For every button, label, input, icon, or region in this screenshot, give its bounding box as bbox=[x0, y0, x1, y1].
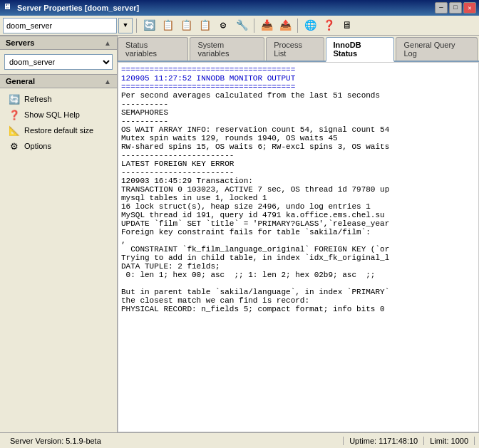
servers-section-header[interactable]: Servers ▲ bbox=[0, 36, 117, 50]
toolbar-separator-1 bbox=[136, 19, 137, 33]
options-icon: ⚙ bbox=[9, 140, 20, 152]
sidebar-refresh-label: Refresh bbox=[24, 95, 52, 103]
close-button[interactable]: ✕ bbox=[463, 2, 476, 14]
toolbar-separator-2 bbox=[254, 19, 254, 33]
toolbar-icon-monitor[interactable]: 🖥 bbox=[339, 18, 356, 33]
main-layout: Servers ▲ doom_server General ▲ 🔄 Refres… bbox=[0, 36, 479, 432]
sidebar-item-refresh[interactable]: 🔄 Refresh bbox=[0, 91, 117, 107]
server-name-input[interactable] bbox=[3, 18, 117, 33]
toolbar-icon-copy3[interactable]: 📋 bbox=[196, 18, 213, 33]
sidebar-show-sql-help-label: Show SQL Help bbox=[24, 110, 80, 119]
restore-icon: 📐 bbox=[9, 125, 20, 136]
toolbar-icon-export[interactable]: 📤 bbox=[277, 18, 294, 33]
sidebar-item-restore-default-size[interactable]: 📐 Restore default size bbox=[0, 123, 117, 138]
toolbar-icon-copy1[interactable]: 📋 bbox=[159, 18, 176, 33]
servers-section: doom_server bbox=[0, 50, 117, 74]
window-title: Server Properties [doom_server] bbox=[17, 4, 139, 12]
help-icon: ❓ bbox=[9, 109, 20, 120]
toolbar-icon-web[interactable]: 🌐 bbox=[302, 18, 319, 33]
toolbar-icon-settings[interactable]: ⚙ bbox=[215, 18, 232, 33]
content-area: Status variables System variables Proces… bbox=[118, 36, 479, 432]
sidebar-options-label: Options bbox=[24, 142, 51, 150]
toolbar-separator-3 bbox=[297, 19, 298, 33]
minimize-button[interactable]: ─ bbox=[435, 2, 448, 14]
toolbar: ▼ 🔄 📋 📋 📋 ⚙ 🔧 📥 📤 🌐 ❓ 🖥 bbox=[0, 16, 479, 36]
window-controls: ─ □ ✕ bbox=[435, 2, 476, 14]
maximize-button[interactable]: □ bbox=[449, 2, 462, 14]
sidebar-restore-label: Restore default size bbox=[24, 126, 93, 135]
title-bar: 🖥 Server Properties [doom_server] ─ □ ✕ bbox=[0, 0, 479, 16]
toolbar-icon-help[interactable]: ❓ bbox=[320, 18, 337, 33]
tab-process-list[interactable]: Process List bbox=[266, 37, 324, 61]
sidebar: Servers ▲ doom_server General ▲ 🔄 Refres… bbox=[0, 36, 118, 432]
servers-collapse-icon: ▲ bbox=[104, 39, 111, 47]
uptime-status: Uptime: 1171:48:10 bbox=[344, 437, 424, 445]
status-bar: Server Version: 5.1.9-beta Uptime: 1171:… bbox=[0, 432, 479, 448]
tab-innodb-status[interactable]: InnoDB Status bbox=[326, 37, 395, 62]
sidebar-item-show-sql-help[interactable]: ❓ Show SQL Help bbox=[0, 107, 117, 123]
sidebar-item-options[interactable]: ⚙ Options bbox=[0, 138, 117, 154]
general-label: General bbox=[6, 77, 35, 85]
refresh-icon: 🔄 bbox=[9, 93, 20, 105]
tabs-bar: Status variables System variables Proces… bbox=[118, 36, 479, 62]
toolbar-icon-tools[interactable]: 🔧 bbox=[233, 18, 250, 33]
tab-general-query-log[interactable]: General Query Log bbox=[396, 37, 478, 61]
innodb-status-content[interactable]: ===================================== 12… bbox=[118, 62, 479, 432]
server-version-status: Server Version: 5.1.9-beta bbox=[4, 437, 344, 445]
app-icon: 🖥 bbox=[3, 2, 14, 14]
general-section-header[interactable]: General ▲ bbox=[0, 74, 117, 88]
toolbar-icon-refresh[interactable]: 🔄 bbox=[140, 18, 158, 33]
server-select-dropdown[interactable]: doom_server bbox=[4, 54, 113, 70]
servers-label: Servers bbox=[6, 38, 34, 47]
tab-status-variables[interactable]: Status variables bbox=[118, 37, 188, 61]
tab-system-variables[interactable]: System variables bbox=[190, 37, 264, 61]
general-collapse-icon: ▲ bbox=[104, 78, 111, 85]
limit-status: Limit: 1000 bbox=[424, 437, 475, 445]
toolbar-icon-import[interactable]: 📥 bbox=[258, 18, 275, 33]
toolbar-icon-copy2[interactable]: 📋 bbox=[177, 18, 195, 33]
sidebar-menu: 🔄 Refresh ❓ Show SQL Help 📐 Restore defa… bbox=[0, 88, 117, 157]
server-dropdown[interactable]: ▼ bbox=[118, 18, 133, 33]
